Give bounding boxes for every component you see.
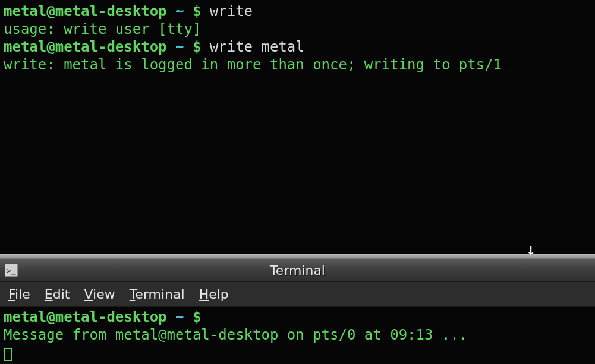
window-titlebar[interactable]: >_ Terminal [0,258,595,282]
text-cursor-icon [4,348,12,361]
terminal-output: Message from metal@metal-desktop on pts/… [4,326,591,344]
prompt-path: ~ [167,3,193,20]
window-separator: ↓ [0,254,595,258]
menu-bar: File Edit View Terminal Help [0,282,595,307]
prompt-symbol: $ [193,3,210,20]
prompt-user: metal@metal-desktop [4,309,167,325]
terminal-output: usage: write user [tty] [4,20,591,38]
terminal-glyph-icon: >_ [7,266,16,275]
menu-terminal[interactable]: Terminal [130,287,185,302]
download-arrow-icon: ↓ [526,240,536,258]
prompt-user: metal@metal-desktop [4,39,167,55]
terminal-line: metal@metal-desktop ~ $ [4,308,591,326]
menu-view[interactable]: View [84,287,115,302]
terminal-line: metal@metal-desktop ~ $ write metal [4,38,591,56]
command-entered: write metal [210,39,304,55]
window-title: Terminal [0,263,595,278]
upper-terminal-pane[interactable]: metal@metal-desktop ~ $ write usage: wri… [0,0,595,254]
prompt-symbol: $ [193,309,210,325]
terminal-output: write: metal is logged in more than once… [4,56,591,74]
menu-edit[interactable]: Edit [45,287,70,302]
prompt-user: metal@metal-desktop [4,3,167,20]
terminal-line: metal@metal-desktop ~ $ write [4,2,591,20]
command-entered: write [210,3,253,20]
prompt-symbol: $ [193,39,210,55]
lower-terminal-pane[interactable]: metal@metal-desktop ~ $ Message from met… [0,307,595,364]
terminal-cursor-line [4,344,591,362]
prompt-path: ~ [167,309,193,325]
terminal-window-icon: >_ [5,264,18,277]
prompt-path: ~ [167,39,193,55]
menu-file[interactable]: File [8,287,30,302]
menu-help[interactable]: Help [199,287,229,302]
